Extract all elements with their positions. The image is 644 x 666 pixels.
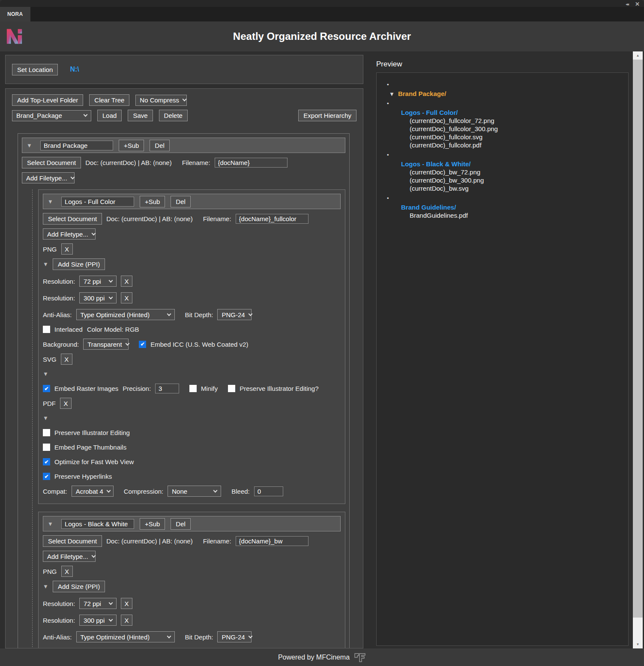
bullet-icon: • (387, 81, 625, 88)
remove-png-button[interactable]: X (61, 566, 73, 577)
resolution-select[interactable]: 72 ppi (79, 276, 117, 287)
add-filetype-select[interactable]: Add Filetype... (43, 228, 96, 240)
subfolder-container: ▼ +Sub Del Select Document Doc: (current… (32, 189, 345, 648)
collapse-triangle-icon[interactable]: ▼ (43, 371, 48, 377)
interlaced-label: Interlaced (54, 648, 83, 648)
anti-alias-select[interactable]: Type Optimized (Hinted) (76, 309, 175, 320)
select-document-button[interactable]: Select Document (43, 535, 102, 547)
save-button[interactable]: Save (128, 110, 153, 121)
bit-depth-select[interactable]: PNG-24 (217, 309, 252, 320)
preview-file: BrandGuidelines.pdf (410, 211, 625, 219)
delete-button[interactable]: Delete (159, 110, 188, 121)
preview-root-folder[interactable]: ▼Brand Package/ (389, 90, 625, 98)
delete-folder-button[interactable]: Del (150, 140, 170, 151)
preserve-illustrator-checkbox[interactable] (43, 429, 50, 436)
filename-input[interactable] (236, 214, 309, 224)
resolution-select[interactable]: 300 ppi (79, 615, 117, 626)
png-filetype-row: PNG X (43, 243, 341, 255)
folder-name-input[interactable] (61, 197, 134, 207)
add-top-level-folder-button[interactable]: Add Top-Level Folder (12, 94, 83, 106)
scrollbar-thumb[interactable] (633, 60, 643, 618)
subfolder-logos-full-color: ▼ +Sub Del Select Document Doc: (current… (38, 189, 345, 504)
pdf-label: PDF (43, 400, 56, 407)
collapse-panel-icon[interactable]: ◂◂ (626, 2, 628, 6)
add-subfolder-button[interactable]: +Sub (140, 196, 165, 207)
folder-name-input[interactable] (40, 141, 113, 150)
resolution-select[interactable]: 300 ppi (79, 292, 117, 303)
document-row: Select Document Doc: (currentDoc) | AB: … (43, 535, 341, 547)
resolution-select[interactable]: 72 ppi (79, 598, 117, 609)
scroll-down-icon[interactable]: ▼ (633, 640, 643, 648)
collapse-triangle-icon[interactable]: ▼ (43, 415, 48, 421)
add-filetype-select[interactable]: Add Filetype... (43, 551, 96, 562)
vertical-scrollbar[interactable]: ▲ ▼ (633, 51, 643, 648)
preview-folder[interactable]: Logos - Black & White/ (401, 160, 625, 168)
preview-file: (currentDoc)_fullcolor_300.png (410, 125, 625, 133)
add-subfolder-button[interactable]: +Sub (140, 518, 165, 530)
remove-svg-button[interactable]: X (61, 354, 72, 365)
svg-expander-row: ▼ (43, 369, 341, 379)
interlaced-checkbox[interactable] (43, 326, 50, 333)
scroll-up-icon[interactable]: ▲ (633, 51, 643, 60)
anti-alias-label: Anti-Alias: (43, 633, 72, 641)
compression-select[interactable]: None (168, 486, 221, 497)
compat-select[interactable]: Acrobat 4 (72, 486, 114, 497)
bleed-input[interactable] (254, 486, 283, 496)
fast-web-view-checkbox[interactable]: ✔ (43, 458, 50, 465)
preview-file: (currentDoc)_fullcolor_72.png (410, 117, 625, 125)
add-size-button[interactable]: Add Size (PPI) (53, 258, 105, 270)
remove-size-button[interactable]: X (121, 292, 132, 303)
remove-size-button[interactable]: X (121, 615, 132, 626)
set-location-button[interactable]: Set Location (12, 64, 58, 75)
collapse-triangle-icon[interactable]: ▼ (43, 261, 48, 267)
preserve-illustrator-checkbox[interactable] (228, 385, 235, 392)
precision-input[interactable] (155, 384, 179, 393)
remove-pdf-button[interactable]: X (60, 398, 72, 409)
embed-icc-checkbox[interactable]: ✔ (139, 341, 146, 348)
resolution-label: Resolution: (43, 600, 75, 607)
add-size-button[interactable]: Add Size (PPI) (53, 581, 105, 592)
doc-info-label: Doc: (currentDoc) | AB: (none) (106, 215, 192, 222)
interlaced-checkbox[interactable] (43, 648, 50, 648)
remove-png-button[interactable]: X (61, 243, 73, 255)
select-document-button[interactable]: Select Document (22, 157, 81, 168)
delete-folder-button[interactable]: Del (171, 196, 191, 207)
anti-alias-select[interactable]: Type Optimized (Hinted) (76, 631, 175, 642)
filename-label: Filename: (203, 537, 231, 545)
embed-thumbnails-checkbox[interactable] (43, 444, 50, 451)
bit-depth-select[interactable]: PNG-24 (217, 631, 252, 642)
collapse-triangle-icon[interactable]: ▼ (389, 91, 395, 97)
collapse-triangle-icon[interactable]: ▼ (48, 199, 53, 204)
add-subfolder-button[interactable]: +Sub (119, 140, 144, 151)
folder-name-input[interactable] (61, 519, 134, 529)
mfcinema-logo-icon (354, 652, 366, 663)
clear-tree-button[interactable]: Clear Tree (89, 94, 129, 106)
add-filetype-select[interactable]: Add Filetype... (22, 172, 75, 183)
compress-select[interactable]: No Compress (135, 95, 187, 106)
minify-checkbox[interactable] (189, 385, 197, 392)
load-button[interactable]: Load (97, 110, 122, 121)
preserve-hyperlinks-checkbox[interactable]: ✔ (43, 473, 50, 480)
delete-folder-button[interactable]: Del (171, 518, 191, 530)
preview-folder[interactable]: Brand Guidelines/ (401, 203, 625, 211)
remove-size-button[interactable]: X (121, 276, 132, 287)
pdf-option-row: Preserve Illustrator Editing (43, 427, 341, 438)
chevron-down-icon (109, 617, 113, 621)
collapse-triangle-icon[interactable]: ▼ (48, 521, 53, 527)
collapse-triangle-icon[interactable]: ▼ (27, 143, 32, 148)
preview-folder[interactable]: Logos - Full Color/ (401, 108, 625, 117)
chevron-down-icon (213, 488, 218, 492)
filename-input[interactable] (215, 158, 288, 168)
select-document-button[interactable]: Select Document (43, 213, 102, 225)
background-select[interactable]: Transparent (83, 339, 129, 350)
embed-raster-checkbox[interactable]: ✔ (43, 385, 50, 392)
export-hierarchy-button[interactable]: Export Hierarchy (298, 110, 356, 121)
close-icon[interactable]: ✕ (635, 1, 640, 7)
collapse-triangle-icon[interactable]: ▼ (43, 584, 48, 589)
pdf-option-row: Embed Page Thumbnails (43, 442, 341, 453)
remove-size-button[interactable]: X (121, 598, 132, 609)
tab-nora[interactable]: NORA (0, 7, 30, 21)
doc-info-label: Doc: (currentDoc) | AB: (none) (106, 537, 192, 545)
filename-input[interactable] (236, 536, 309, 546)
preset-select[interactable]: Brand_Package (12, 110, 91, 121)
